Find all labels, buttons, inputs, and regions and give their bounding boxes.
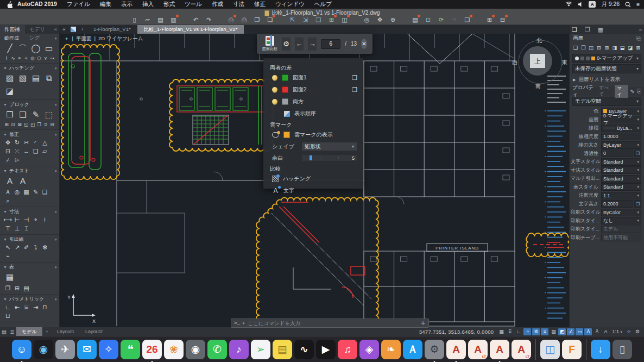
section-collapse-icon[interactable]: ▼ — [3, 66, 7, 70]
dim-aligned-icon[interactable]: ⊢ — [12, 215, 22, 224]
property-value[interactable]: ByLayer ▾ — [601, 141, 641, 149]
layer-state-icon[interactable]: ❐ — [580, 44, 586, 51]
dim-ordinate-icon[interactable]: ⊤ — [3, 224, 12, 233]
dwg-convert-icon[interactable]: ❑ — [314, 16, 323, 24]
hatch-user-icon[interactable]: ▧ — [16, 72, 29, 85]
color-swatch[interactable] — [282, 98, 288, 105]
page-setup-icon[interactable]: ❐ — [253, 16, 261, 24]
dock-autocad-lt-2[interactable]: A LT — [512, 340, 531, 359]
insert-block-icon[interactable]: ❒ — [3, 108, 16, 121]
section-collapse-icon[interactable]: ▼ — [3, 103, 7, 107]
color-swatch[interactable] — [282, 86, 288, 93]
stretch-icon[interactable]: ↔ — [22, 147, 31, 155]
panel-expand-icon[interactable]: » — [639, 27, 642, 33]
snap-icon[interactable]: ⠿ — [506, 328, 514, 335]
dock-safari[interactable]: ✧ — [99, 340, 118, 359]
spotlight-icon[interactable] — [625, 2, 631, 8]
text-style-icon[interactable]: Ａ — [3, 188, 12, 196]
dock-books[interactable]: ❧ — [381, 340, 401, 359]
dock-launchpad[interactable]: ✈ — [55, 340, 75, 359]
polyline-icon[interactable]: ⌇ — [3, 55, 10, 61]
dock-itunes[interactable]: ♪ — [229, 340, 249, 359]
layer-freeze-icon[interactable] — [580, 57, 584, 60]
table-export-icon[interactable]: ⊞ — [12, 284, 22, 292]
layer-properties-icon[interactable]: ❏ — [572, 44, 578, 51]
open-file-icon[interactable]: ▱ — [143, 16, 151, 24]
leader-edit-icon[interactable]: ✐ — [22, 243, 31, 252]
current-layer-select[interactable]: 0-マークアップ ▾ — [572, 54, 641, 63]
selection-cycling-icon[interactable]: ▭ — [576, 328, 583, 335]
customize-statusbar-icon[interactable]: ⚙ — [634, 328, 641, 335]
dock-autocad-lt[interactable]: A LT — [468, 340, 488, 359]
properties-edit-icon[interactable]: ✎ — [630, 89, 635, 95]
share-icon[interactable]: ◫ — [340, 16, 349, 24]
dock-podcasts[interactable]: ◈ — [359, 340, 379, 359]
dock-finder[interactable]: ☺ — [12, 340, 31, 359]
section-collapse-icon[interactable]: ▼ — [3, 169, 7, 173]
section-settings-icon[interactable]: ● — [54, 237, 57, 242]
layer-lock-icon[interactable]: ⊠ — [635, 44, 641, 51]
menu-item[interactable]: 挿入 — [137, 1, 159, 8]
cloud-toggle-label[interactable]: 雲マークの表示 — [294, 131, 357, 139]
dim-angular-icon[interactable]: ⊣ — [22, 215, 31, 224]
section-collapse-icon[interactable]: ▼ — [3, 133, 7, 136]
lock-constraint-icon[interactable]: ⌸ — [22, 303, 31, 311]
leader-add-icon[interactable]: ✻ — [40, 243, 49, 252]
section-settings-icon[interactable]: ● — [54, 265, 57, 270]
dim-style-icon[interactable]: ⌶ — [22, 224, 31, 233]
dock-trash[interactable]: ▯ — [613, 340, 632, 359]
color-swatch[interactable] — [282, 74, 288, 81]
scale-icon[interactable]: ⊡ — [3, 147, 12, 155]
dock-fusion-360[interactable]: F — [562, 340, 582, 359]
orbit-icon[interactable]: ⊕ — [389, 16, 397, 24]
layer-lock-icon[interactable] — [586, 57, 590, 60]
block-tool-8-icon[interactable]: ⊟ — [49, 121, 55, 128]
text-import-icon[interactable]: ❏ — [40, 188, 49, 196]
text-scale-icon[interactable]: ⌕ — [3, 196, 12, 205]
section-settings-icon[interactable]: ● — [54, 132, 57, 137]
osnap-icon[interactable]: ✲ — [532, 328, 540, 335]
layers-tab-icon[interactable]: ❏ — [572, 26, 577, 33]
show-layer-list-toggle[interactable]: ▶ 画層リストを表示 — [570, 74, 644, 85]
block-tool-5-icon[interactable]: ◰ — [29, 121, 36, 128]
block-edit-icon[interactable]: ✎ — [29, 108, 42, 121]
point-icon[interactable]: ✧ — [23, 55, 29, 61]
property-value[interactable]: なし ▾ — [601, 217, 641, 224]
layer-state-select[interactable]: 未保存の画層状態 ▾ — [572, 64, 641, 73]
viewport-controls[interactable]: ＋|平面図|2D ワイヤフレーム — [64, 35, 143, 42]
spell-check-icon[interactable]: ▦ — [22, 188, 31, 196]
menu-item[interactable]: 表示 — [116, 1, 137, 8]
compare-settings-button[interactable]: ⚙ — [282, 38, 291, 51]
dock-tv[interactable]: ▶ — [316, 340, 336, 359]
tab-overflow-icon[interactable]: « — [60, 25, 68, 34]
change-number-input[interactable] — [321, 39, 340, 49]
property-value[interactable]: 使用不可能 — [601, 234, 641, 241]
property-value[interactable]: 1.0000 — [601, 133, 641, 140]
gradient-icon[interactable]: ▤ — [29, 72, 42, 85]
compare-close-button[interactable]: ✕ — [361, 39, 367, 49]
polygon-icon[interactable]: ⬡ — [36, 55, 42, 61]
drawing-tab[interactable]: 1-Floorplan_V1* — [87, 25, 137, 34]
dock-preview[interactable]: ◫ — [540, 340, 560, 359]
section-collapse-icon[interactable]: ▼ — [3, 210, 7, 214]
spline-icon[interactable]: ∿ — [10, 55, 16, 61]
revision-cloud-icon[interactable] — [272, 132, 279, 138]
leader-remove-icon[interactable]: ⌁ — [3, 252, 12, 260]
block-tool-4-icon[interactable]: ◱ — [23, 121, 29, 128]
dock-stocks[interactable]: ∿ — [294, 340, 314, 359]
hatch-edit-icon[interactable]: ◪ — [3, 85, 16, 98]
margin-slider[interactable]: 5 — [301, 154, 357, 161]
divide-icon[interactable]: ⋎ — [42, 55, 49, 61]
dim-baseline-icon[interactable]: ⍿ — [40, 215, 49, 224]
menubar-clock[interactable]: 月 9:26 — [601, 1, 620, 8]
table-cell-icon[interactable]: ▤ — [22, 284, 31, 292]
visibility-bulb-icon[interactable] — [272, 87, 277, 92]
annotation-scale-icon[interactable]: A — [602, 328, 609, 335]
ellipse-icon[interactable]: ◎ — [29, 55, 36, 61]
table-style-icon[interactable]: ❐ — [3, 284, 12, 292]
arc-icon[interactable]: ⌒ — [16, 42, 29, 55]
layer-on-icon[interactable] — [575, 57, 579, 60]
save-as-icon[interactable]: ▥ — [169, 16, 178, 24]
menu-item[interactable]: 寸法 — [228, 1, 249, 8]
selection-type-select[interactable]: モデル空間 ▾ — [572, 97, 641, 106]
